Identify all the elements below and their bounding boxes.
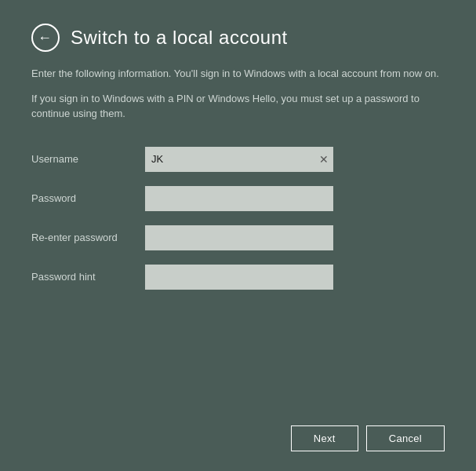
password-row: Password: [31, 186, 445, 211]
page-title: Switch to a local account: [71, 27, 288, 49]
reenter-password-label: Re-enter password: [31, 232, 145, 243]
username-label: Username: [31, 153, 145, 165]
username-clear-button[interactable]: ✕: [319, 154, 329, 165]
password-hint-label: Password hint: [31, 271, 145, 283]
username-input[interactable]: [145, 147, 333, 172]
next-button[interactable]: Next: [291, 425, 358, 451]
reenter-password-row: Re-enter password: [31, 225, 445, 250]
description-line2: If you sign in to Windows with a PIN or …: [31, 91, 445, 122]
back-arrow-icon: ←: [38, 31, 52, 45]
hint-input-wrapper: [145, 265, 333, 290]
password-input[interactable]: [145, 186, 333, 211]
form-section: Username ✕ Password Re-enter password Pa…: [31, 147, 445, 304]
page-container: ← Switch to a local account Enter the fo…: [0, 0, 476, 471]
password-input-wrapper: [145, 186, 333, 211]
description-line1: Enter the following information. You'll …: [31, 66, 445, 82]
header: ← Switch to a local account: [31, 24, 445, 52]
cancel-button[interactable]: Cancel: [366, 425, 445, 451]
username-row: Username ✕: [31, 147, 445, 172]
reenter-input-wrapper: [145, 225, 333, 250]
clear-icon: ✕: [319, 154, 329, 165]
reenter-password-input[interactable]: [145, 225, 333, 250]
back-button[interactable]: ←: [31, 24, 60, 52]
password-hint-input[interactable]: [145, 265, 333, 290]
footer-buttons: Next Cancel: [291, 425, 445, 451]
password-hint-row: Password hint: [31, 265, 445, 290]
password-label: Password: [31, 192, 145, 204]
username-input-wrapper: ✕: [145, 147, 333, 172]
